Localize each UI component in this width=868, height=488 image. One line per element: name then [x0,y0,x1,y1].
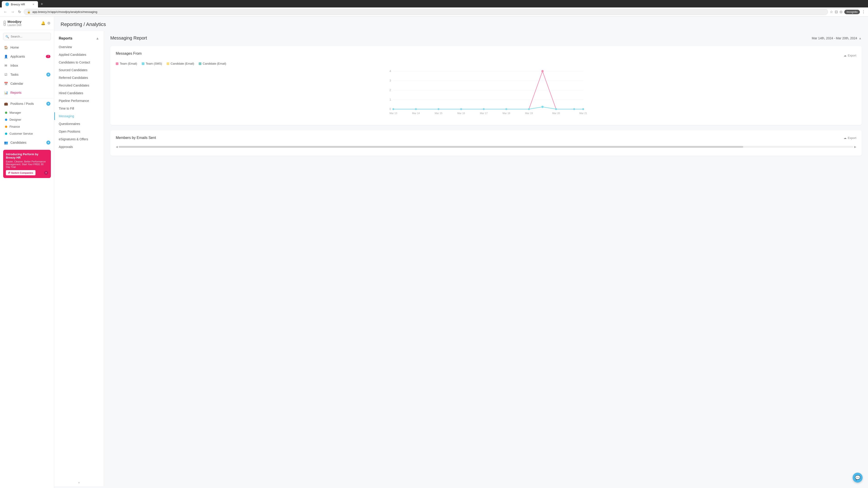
home-icon: 🏠 [4,45,8,50]
search-box: 🔍 [3,33,51,40]
legend-label-team-sms: Team (SMS) [146,62,162,65]
reports-nav-overview[interactable]: Overview [54,43,104,51]
sidebar-item-applicants[interactable]: 👤 Applicants 7 [0,52,54,61]
reports-nav-approvals[interactable]: Approvals [54,143,104,151]
menu-icon[interactable]: ⋮ [862,10,865,14]
lock-icon: 🔒 [27,10,31,13]
members-export-button[interactable]: ☁ Export [844,136,856,140]
legend-dot-team-sms [142,62,145,65]
sidebar-item-calendar[interactable]: 📅 Calendar [0,79,54,88]
date-range-arrow-up[interactable]: ▲ [859,36,862,40]
url-text: app.breezy.hr/app/c/moodjoy/analytics/me… [32,10,97,13]
url-bar[interactable]: 🔒 app.breezy.hr/app/c/moodjoy/analytics/… [24,9,828,15]
refresh-button[interactable]: ↻ [17,9,22,15]
reports-nav-applied[interactable]: Applied Candidates [54,51,104,59]
horizontal-scrollbar: ◀ ▶ [116,143,856,150]
reports-nav-pipeline[interactable]: Pipeline Performance [54,97,104,105]
messages-from-chart-section: Messages From ☁ Export Team (Email) [110,46,862,125]
positions-badge: + [46,102,51,106]
scroll-indicator: ▼ [78,481,81,484]
promo-banner: Introducing Perform by Breezy HR Easier,… [3,150,51,178]
sidebar-item-positions[interactable]: 💼 Positions / Pools + [0,99,54,108]
content-flex: Reports ▲ Overview Applied Candidates Ca… [54,31,868,486]
svg-text:Mar 18: Mar 18 [502,112,510,115]
reports-nav-questionnaires[interactable]: Questionnaires [54,120,104,128]
svg-text:Mar 21: Mar 21 [579,112,587,115]
sidebar-item-tasks[interactable]: ☑ Tasks + [0,70,54,79]
svg-point-21 [393,108,394,110]
extensions-icon[interactable]: ⊡ [835,10,838,14]
reports-nav-recruited[interactable]: Recruited Candidates [54,82,104,89]
reports-nav-referred[interactable]: Referred Candidates [54,74,104,82]
messages-chart-svg: 4 3 2 1 0 [116,69,856,119]
reports-nav-sourced[interactable]: Sourced Candidates [54,66,104,74]
bookmark-icon[interactable]: ☆ [830,10,833,14]
applicants-badge: 7 [46,55,51,58]
collapse-reports-button[interactable]: ▲ [96,36,99,40]
sidebar-item-candidates[interactable]: 👥 Candidates + [0,138,54,147]
position-customer-service[interactable]: Customer Service [0,130,54,137]
svg-text:1: 1 [390,98,391,101]
cloud-upload-icon: ☁ [844,54,846,57]
position-manager[interactable]: Manager [0,109,54,116]
reports-nav-hired[interactable]: Hired Candidates [54,89,104,97]
position-designer[interactable]: Designer [0,116,54,123]
legend-dot-team-email [116,62,119,65]
scroll-track[interactable] [119,146,853,148]
members-title: Members by Emails Sent [116,136,156,140]
svg-point-26 [505,108,507,110]
reports-nav-messaging[interactable]: Messaging [54,112,104,120]
reports-icon: 📊 [4,90,8,95]
search-input[interactable] [3,33,51,40]
chat-widget[interactable]: 💬 [852,473,863,483]
notifications-button[interactable]: 🔔 [41,21,45,25]
close-promo-button[interactable]: × [44,171,48,175]
sidebar-back-button[interactable]: ‹ [4,21,6,26]
legend-candidate-email2: Candidate (Email) [199,62,226,65]
divider-1 [0,98,54,98]
reports-nav-open-positions[interactable]: Open Positions [54,128,104,135]
svg-text:Mar 17: Mar 17 [480,112,488,115]
svg-text:Mar 14: Mar 14 [412,112,420,115]
settings-button[interactable]: ⚙ [47,21,51,25]
scroll-left-arrow[interactable]: ◀ [116,145,118,149]
back-button[interactable]: ← [3,9,8,15]
sidebar-item-label-home: Home [10,46,19,49]
report-detail-title: Messaging Report [110,35,147,41]
svg-text:Mar 16: Mar 16 [457,112,465,115]
forward-button[interactable]: → [10,9,16,15]
sidebar-item-label-candidates: Candidates [10,141,26,144]
position-label-customer-service: Customer Service [9,132,33,135]
switch-companies-button[interactable]: ⇄ Switch Companies [6,170,35,175]
chart-legend: Team (Email) Team (SMS) Candidate (Email… [116,62,856,65]
legend-label-candidate-email2: Candidate (Email) [203,62,226,65]
scroll-thumb[interactable] [119,146,743,148]
sidebar-item-inbox[interactable]: ✉ Inbox [0,61,54,70]
main-content: Reporting / Analytics Reports ▲ Overview… [54,17,868,488]
dot-finance [5,126,7,128]
svg-text:Mar 13: Mar 13 [390,112,397,115]
page-header: Reporting / Analytics [54,17,868,31]
new-tab-button[interactable]: + [39,1,45,7]
date-range: Mar 14th, 2024 - Mar 20th, 2024 ▲ [812,36,862,40]
sidebar-item-label-inbox: Inbox [10,64,18,67]
members-title-row: Members by Emails Sent ☁ Export [116,136,856,140]
legend-team-sms: Team (SMS) [142,62,162,65]
reports-nav-time-to-fill[interactable]: Time to Fill [54,105,104,112]
chart-title: Messages From [116,52,142,56]
chart-export-button[interactable]: ☁ Export [844,54,856,57]
close-tab-button[interactable]: × [33,2,34,6]
svg-text:3: 3 [390,79,391,82]
svg-text:Mar 20: Mar 20 [552,112,560,115]
reports-nav-esignatures[interactable]: eSignatures & Offers [54,135,104,143]
sidebar-item-label-calendar: Calendar [10,82,23,86]
chat-icon: 💬 [855,475,861,480]
sidebar-item-reports[interactable]: 📊 Reports [0,88,54,97]
sidebar-item-home[interactable]: 🏠 Home [0,43,54,52]
scroll-right-arrow[interactable]: ▶ [854,145,856,149]
position-finance[interactable]: Finance [0,123,54,130]
profile-icon[interactable]: ⊙ [839,10,842,14]
browser-tab[interactable]: Breezy HR × [2,1,38,7]
reports-nav-candidates-to-contact[interactable]: Candidates to Contact [54,59,104,66]
position-label-manager: Manager [9,111,21,114]
